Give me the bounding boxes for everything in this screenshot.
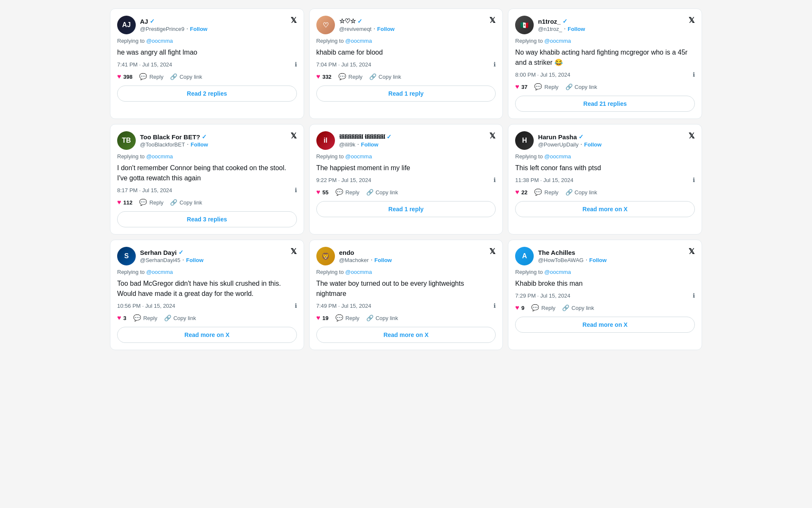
x-logo-icon[interactable]: 𝕏 — [689, 247, 695, 256]
heart-icon: ♥ — [117, 199, 121, 206]
link-icon: 🔗 — [366, 315, 373, 321]
info-icon[interactable]: ℹ — [693, 292, 695, 299]
info-icon[interactable]: ℹ — [693, 177, 695, 183]
read-replies-button[interactable]: Read 1 reply — [316, 86, 496, 102]
follow-link[interactable]: Follow — [186, 257, 203, 263]
info-icon[interactable]: ℹ — [693, 71, 695, 78]
read-replies-button[interactable]: Read more on X — [316, 327, 496, 343]
card-header: il 𝖎𝖑𝖎𝖑𝖎𝖑𝖎𝖑𝖎𝖑𝖎𝖑𝖎𝖑 𝖎𝖑𝖎𝖑𝖎𝖑𝖎𝖑𝖎𝖑𝖎𝖑 ✓ @ilil9k… — [316, 131, 496, 150]
like-button[interactable]: ♥ 112 — [117, 199, 132, 206]
read-replies-button[interactable]: Read 21 replies — [515, 96, 695, 112]
action-row: ♥ 37 💬 Reply 🔗 Copy link — [515, 81, 695, 92]
x-logo-icon[interactable]: 𝕏 — [291, 247, 297, 256]
replying-to-handle: @oocmma — [146, 269, 173, 275]
reply-icon: 💬 — [531, 304, 539, 312]
follow-link[interactable]: Follow — [377, 26, 395, 32]
user-text: ☆♡☆ ✓ @revivemeqt · Follow — [339, 17, 395, 33]
timestamp-row: 11:38 PM · Jul 15, 2024 ℹ — [515, 177, 695, 183]
reply-button[interactable]: 💬 Reply — [534, 83, 558, 91]
copy-link-button[interactable]: 🔗 Copy link — [366, 189, 398, 196]
x-logo-icon[interactable]: 𝕏 — [489, 247, 496, 256]
replying-to-handle: @oocmma — [544, 38, 571, 44]
like-button[interactable]: ♥ 19 — [316, 314, 329, 322]
info-icon[interactable]: ℹ — [494, 177, 496, 183]
info-icon[interactable]: ℹ — [494, 61, 496, 68]
separator: · — [187, 141, 191, 148]
copy-link-button[interactable]: 🔗 Copy link — [164, 315, 196, 321]
user-info: 🇲🇽 n1troz_ ✓ @n1troz_ · Follow — [515, 16, 585, 34]
copy-link-button[interactable]: 🔗 Copy link — [562, 304, 594, 311]
reply-button[interactable]: 💬 Reply — [534, 188, 558, 196]
x-logo-icon[interactable]: 𝕏 — [489, 131, 496, 141]
read-replies-button[interactable]: Read more on X — [515, 201, 695, 217]
reply-button[interactable]: 💬 Reply — [335, 188, 359, 196]
read-replies-button[interactable]: Read 1 reply — [316, 201, 496, 217]
heart-icon: ♥ — [316, 314, 321, 322]
read-replies-button[interactable]: Read 2 replies — [117, 86, 297, 102]
reply-button[interactable]: 💬 Reply — [335, 314, 359, 322]
copy-link-button[interactable]: 🔗 Copy link — [366, 315, 398, 321]
reply-button[interactable]: 💬 Reply — [531, 304, 555, 312]
copy-link-button[interactable]: 🔗 Copy link — [565, 189, 597, 196]
like-button[interactable]: ♥ 55 — [316, 188, 329, 196]
handle: @PrestigePrince9 — [140, 26, 184, 32]
follow-link[interactable]: Follow — [374, 257, 392, 263]
action-row: ♥ 19 💬 Reply 🔗 Copy link — [316, 312, 496, 323]
timestamp-row: 7:41 PM · Jul 15, 2024 ℹ — [117, 61, 297, 68]
follow-link[interactable]: Follow — [568, 26, 585, 32]
like-button[interactable]: ♥ 37 — [515, 83, 527, 91]
username-row: Harun Pasha ✓ — [538, 133, 601, 141]
x-logo-icon[interactable]: 𝕏 — [291, 16, 297, 25]
follow-link[interactable]: Follow — [361, 141, 378, 148]
replying-to: Replying to @oocmma — [515, 153, 695, 160]
like-count: 9 — [521, 305, 524, 311]
x-logo-icon[interactable]: 𝕏 — [689, 131, 695, 141]
follow-link[interactable]: Follow — [589, 257, 606, 263]
user-info: 🦁 endo @Machoker · Follow — [316, 247, 392, 265]
like-button[interactable]: ♥ 3 — [117, 314, 126, 322]
timestamp: 11:38 PM · Jul 15, 2024 — [515, 177, 573, 183]
replying-to-handle: @oocmma — [146, 153, 173, 160]
tweet-text: he was angry all fight lmao — [117, 47, 297, 58]
copy-link-button[interactable]: 🔗 Copy link — [369, 73, 401, 80]
reply-label: Reply — [346, 315, 359, 321]
info-icon[interactable]: ℹ — [494, 302, 496, 309]
reply-icon: 💬 — [534, 83, 542, 91]
follow-link[interactable]: Follow — [190, 26, 207, 32]
user-text: The Achilles @HowToBeAWAG · Follow — [538, 249, 606, 264]
read-replies-button[interactable]: Read more on X — [117, 327, 297, 343]
replying-to: Replying to @oocmma — [117, 269, 297, 275]
link-icon: 🔗 — [366, 189, 373, 196]
info-icon[interactable]: ℹ — [295, 187, 297, 193]
x-logo-icon[interactable]: 𝕏 — [689, 16, 695, 25]
like-button[interactable]: ♥ 332 — [316, 73, 332, 80]
username-row: endo — [339, 249, 392, 256]
copy-link-button[interactable]: 🔗 Copy link — [170, 199, 202, 206]
follow-link[interactable]: Follow — [191, 141, 208, 148]
copy-link-button[interactable]: 🔗 Copy link — [565, 83, 597, 90]
reply-button[interactable]: 💬 Reply — [338, 73, 362, 80]
like-button[interactable]: ♥ 398 — [117, 73, 132, 80]
copy-link-label: Copy link — [575, 84, 597, 90]
x-logo-icon[interactable]: 𝕏 — [291, 131, 297, 141]
read-replies-button[interactable]: Read 3 replies — [117, 211, 297, 227]
reply-label: Reply — [143, 315, 157, 321]
verified-icon: ✓ — [202, 133, 207, 140]
x-logo-icon[interactable]: 𝕏 — [489, 16, 496, 25]
reply-button[interactable]: 💬 Reply — [133, 314, 157, 322]
copy-link-button[interactable]: 🔗 Copy link — [170, 73, 202, 80]
read-replies-button[interactable]: Read more on X — [515, 317, 695, 333]
like-button[interactable]: ♥ 9 — [515, 304, 524, 312]
reply-button[interactable]: 💬 Reply — [139, 73, 163, 80]
like-button[interactable]: ♥ 22 — [515, 188, 527, 196]
reply-button[interactable]: 💬 Reply — [139, 199, 163, 206]
info-icon[interactable]: ℹ — [295, 302, 297, 309]
follow-link[interactable]: Follow — [584, 141, 601, 148]
tweet-card-serhan: S Serhan Dayi ✓ @SerhanDayi45 · Follow 𝕏… — [110, 240, 304, 350]
timestamp: 8:00 PM · Jul 15, 2024 — [515, 72, 570, 78]
username-row: 𝖎𝖑𝖎𝖑𝖎𝖑𝖎𝖑𝖎𝖑𝖎𝖑𝖎𝖑 𝖎𝖑𝖎𝖑𝖎𝖑𝖎𝖑𝖎𝖑𝖎𝖑 ✓ — [339, 133, 392, 141]
info-icon[interactable]: ℹ — [295, 61, 297, 68]
handle: @TooBlackforBET — [140, 141, 185, 148]
card-header: 🦁 endo @Machoker · Follow 𝕏 — [316, 247, 496, 265]
link-icon: 🔗 — [170, 73, 177, 80]
